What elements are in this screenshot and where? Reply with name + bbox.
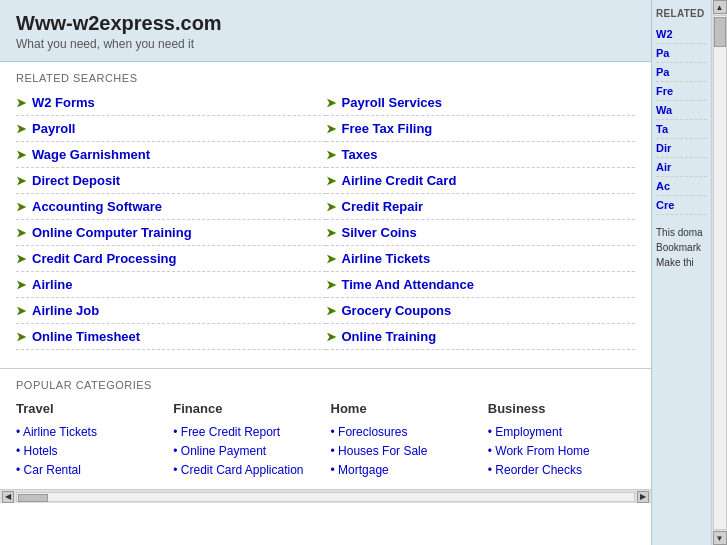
popular-link[interactable]: Hotels	[24, 444, 58, 458]
popular-link[interactable]: Houses For Sale	[338, 444, 427, 458]
popular-col: HomeForeclosuresHouses For SaleMortgage	[331, 401, 478, 479]
link-item: ➤Direct Deposit	[16, 168, 326, 194]
horizontal-scrollbar[interactable]: ◀ ▶	[0, 489, 651, 503]
sidebar-link[interactable]: Ac	[656, 177, 707, 196]
sidebar-text-3: Make thi	[656, 257, 707, 268]
link-anchor[interactable]: Direct Deposit	[32, 173, 120, 188]
sidebar-link[interactable]: Pa	[656, 44, 707, 63]
list-item: Airline Tickets	[16, 422, 163, 441]
link-item: ➤Credit Repair	[326, 194, 636, 220]
popular-link[interactable]: Foreclosures	[338, 425, 407, 439]
link-item: ➤Payroll Services	[326, 90, 636, 116]
link-item: ➤Time And Attendance	[326, 272, 636, 298]
popular-link[interactable]: Free Credit Report	[181, 425, 280, 439]
list-item: Houses For Sale	[331, 441, 478, 460]
link-arrow: ➤	[326, 122, 336, 136]
link-arrow: ➤	[16, 96, 26, 110]
popular-link[interactable]: Airline Tickets	[23, 425, 97, 439]
popular-categories-label: POPULAR CATEGORIES	[16, 379, 635, 391]
popular-link[interactable]: Reorder Checks	[495, 463, 582, 477]
popular-link[interactable]: Work From Home	[495, 444, 589, 458]
list-item: Reorder Checks	[488, 460, 635, 479]
link-anchor[interactable]: Airline	[32, 277, 72, 292]
link-item: ➤Wage Garnishment	[16, 142, 326, 168]
link-anchor[interactable]: Free Tax Filing	[342, 121, 433, 136]
link-arrow: ➤	[326, 174, 336, 188]
link-anchor[interactable]: Payroll	[32, 121, 75, 136]
link-item: ➤Grocery Coupons	[326, 298, 636, 324]
list-item: Credit Card Application	[173, 460, 320, 479]
link-anchor[interactable]: Credit Card Processing	[32, 251, 177, 266]
link-anchor[interactable]: Airline Credit Card	[342, 173, 457, 188]
links-left-col: ➤W2 Forms➤Payroll➤Wage Garnishment➤Direc…	[16, 90, 326, 350]
link-anchor[interactable]: Wage Garnishment	[32, 147, 150, 162]
link-anchor[interactable]: Payroll Services	[342, 95, 442, 110]
popular-link[interactable]: Credit Card Application	[181, 463, 304, 477]
sidebar-link[interactable]: Fre	[656, 82, 707, 101]
link-arrow: ➤	[326, 226, 336, 240]
link-arrow: ➤	[326, 278, 336, 292]
sidebar-bottom: This doma Bookmark Make thi	[656, 227, 707, 268]
link-item: ➤W2 Forms	[16, 90, 326, 116]
link-arrow: ➤	[16, 330, 26, 344]
link-anchor[interactable]: Airline Job	[32, 303, 99, 318]
scroll-left-arrow[interactable]: ◀	[2, 491, 14, 503]
list-item: Free Credit Report	[173, 422, 320, 441]
popular-link[interactable]: Mortgage	[338, 463, 389, 477]
scroll-right-arrow[interactable]: ▶	[637, 491, 649, 503]
site-title: Www-w2express.com	[16, 12, 635, 35]
list-item: Mortgage	[331, 460, 478, 479]
site-subtitle: What you need, when you need it	[16, 37, 635, 51]
list-item: Work From Home	[488, 441, 635, 460]
link-arrow: ➤	[16, 148, 26, 162]
scroll-track[interactable]	[713, 15, 727, 530]
link-anchor[interactable]: Credit Repair	[342, 199, 424, 214]
link-item: ➤Online Timesheet	[16, 324, 326, 350]
link-anchor[interactable]: Grocery Coupons	[342, 303, 452, 318]
popular-link[interactable]: Car Rental	[24, 463, 81, 477]
link-anchor[interactable]: Online Timesheet	[32, 329, 140, 344]
link-item: ➤Airline Job	[16, 298, 326, 324]
link-arrow: ➤	[326, 96, 336, 110]
popular-col: TravelAirline TicketsHotelsCar Rental	[16, 401, 163, 479]
scroll-track[interactable]	[16, 492, 635, 502]
link-arrow: ➤	[16, 200, 26, 214]
scroll-thumb[interactable]	[18, 494, 48, 502]
link-anchor[interactable]: Taxes	[342, 147, 378, 162]
link-arrow: ➤	[16, 122, 26, 136]
link-anchor[interactable]: W2 Forms	[32, 95, 95, 110]
popular-col-title: Finance	[173, 401, 320, 416]
scroll-down-arrow[interactable]: ▼	[713, 531, 727, 545]
sidebar-link[interactable]: Ta	[656, 120, 707, 139]
sidebar-link[interactable]: Air	[656, 158, 707, 177]
sidebar-link[interactable]: Pa	[656, 63, 707, 82]
link-arrow: ➤	[326, 252, 336, 266]
scroll-thumb[interactable]	[714, 17, 726, 47]
vertical-scrollbar[interactable]: ▲ ▼	[711, 0, 727, 545]
sidebar-link[interactable]: W2	[656, 25, 707, 44]
link-item: ➤Accounting Software	[16, 194, 326, 220]
link-anchor[interactable]: Time And Attendance	[342, 277, 474, 292]
list-item: Online Payment	[173, 441, 320, 460]
header-section: Www-w2express.com What you need, when yo…	[0, 0, 651, 62]
link-item: ➤Silver Coins	[326, 220, 636, 246]
scroll-up-arrow[interactable]: ▲	[713, 0, 727, 14]
link-arrow: ➤	[326, 330, 336, 344]
popular-link[interactable]: Online Payment	[181, 444, 266, 458]
link-arrow: ➤	[16, 174, 26, 188]
link-anchor[interactable]: Online Computer Training	[32, 225, 192, 240]
popular-link[interactable]: Employment	[495, 425, 562, 439]
link-anchor[interactable]: Silver Coins	[342, 225, 417, 240]
sidebar-link[interactable]: Dir	[656, 139, 707, 158]
link-anchor[interactable]: Accounting Software	[32, 199, 162, 214]
link-anchor[interactable]: Online Training	[342, 329, 437, 344]
sidebar-related-label: RELATED	[656, 8, 707, 19]
link-arrow: ➤	[16, 226, 26, 240]
popular-grid: TravelAirline TicketsHotelsCar RentalFin…	[16, 401, 635, 479]
sidebar-link[interactable]: Cre	[656, 196, 707, 215]
popular-col-title: Travel	[16, 401, 163, 416]
links-grid: ➤W2 Forms➤Payroll➤Wage Garnishment➤Direc…	[16, 90, 635, 350]
link-anchor[interactable]: Airline Tickets	[342, 251, 431, 266]
link-arrow: ➤	[16, 252, 26, 266]
sidebar-link[interactable]: Wa	[656, 101, 707, 120]
